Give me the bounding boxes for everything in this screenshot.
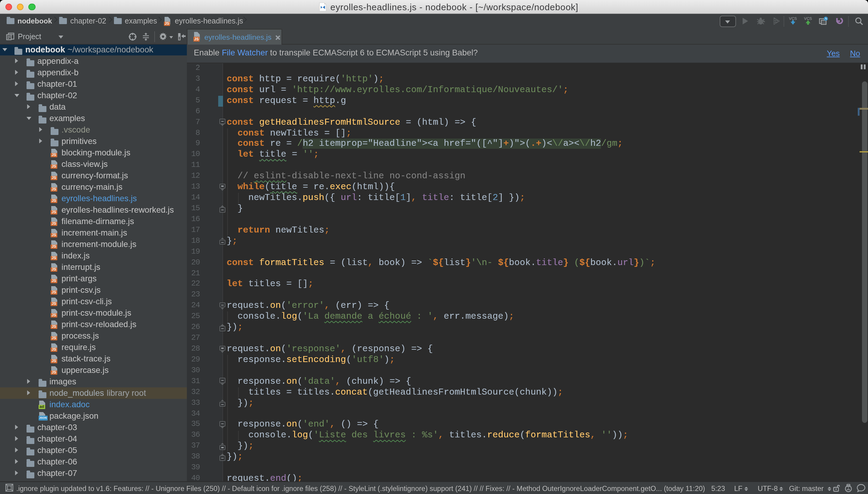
svg-text:VCS: VCS [804,16,812,21]
svg-text:VCS: VCS [789,16,797,21]
